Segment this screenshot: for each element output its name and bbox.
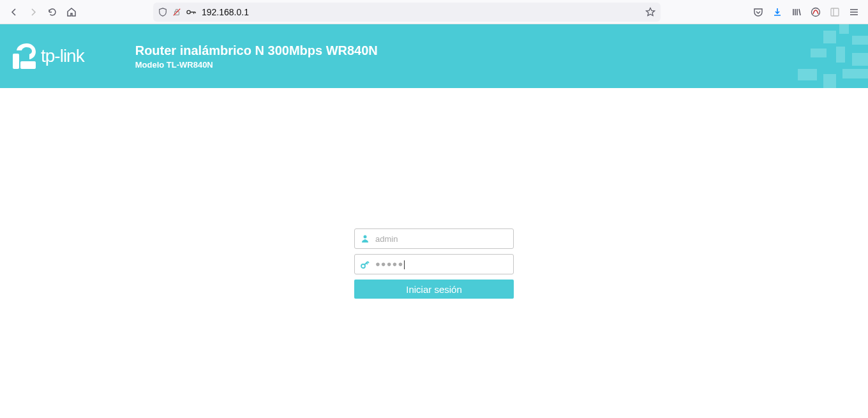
key-icon bbox=[186, 8, 197, 17]
sidebar-icon bbox=[830, 7, 840, 17]
arrow-right-icon bbox=[28, 7, 38, 17]
nav-group bbox=[5, 3, 80, 21]
router-model: Modelo TL-WR840N bbox=[135, 60, 378, 70]
arrow-left-icon bbox=[9, 7, 19, 17]
header-titles: Router inalámbrico N 300Mbps WR840N Mode… bbox=[135, 43, 378, 70]
svg-rect-15 bbox=[823, 74, 836, 88]
svg-rect-9 bbox=[839, 24, 849, 34]
username-input[interactable] bbox=[375, 234, 508, 244]
svg-rect-6 bbox=[13, 54, 19, 69]
login-button[interactable]: Iniciar sesión bbox=[354, 280, 514, 299]
key-icon bbox=[360, 259, 370, 269]
svg-rect-10 bbox=[852, 36, 868, 45]
brand-logo: tp-link bbox=[13, 43, 84, 69]
url-text: 192.168.0.1 bbox=[202, 7, 640, 17]
svg-rect-13 bbox=[852, 53, 868, 66]
router-header: tp-link Router inalámbrico N 300Mbps WR8… bbox=[0, 24, 868, 88]
username-field-wrapper[interactable] bbox=[354, 228, 514, 249]
library-button[interactable] bbox=[788, 3, 805, 21]
svg-point-17 bbox=[364, 235, 367, 239]
toolbar-right bbox=[749, 3, 863, 21]
pocket-button[interactable] bbox=[749, 3, 767, 21]
svg-rect-7 bbox=[20, 61, 36, 69]
svg-rect-8 bbox=[823, 31, 836, 43]
svg-rect-11 bbox=[811, 49, 827, 57]
brand-text: tp-link bbox=[41, 46, 84, 66]
bookmark-star-icon[interactable] bbox=[645, 7, 655, 17]
header-decoration bbox=[728, 24, 868, 88]
browser-toolbar: 192.168.0.1 bbox=[0, 0, 868, 24]
shield-icon bbox=[158, 8, 167, 17]
lock-slash-icon bbox=[172, 8, 181, 17]
svg-point-3 bbox=[812, 8, 820, 16]
download-icon bbox=[772, 7, 782, 17]
home-icon bbox=[66, 7, 77, 17]
menu-button[interactable] bbox=[845, 3, 863, 21]
svg-point-2 bbox=[187, 10, 190, 13]
sidebar-button[interactable] bbox=[826, 3, 844, 21]
user-icon bbox=[360, 234, 370, 244]
login-area: ●●●●● Iniciar sesión bbox=[0, 228, 868, 299]
router-title: Router inalámbrico N 300Mbps WR840N bbox=[135, 43, 378, 58]
svg-rect-16 bbox=[842, 69, 868, 78]
svg-rect-12 bbox=[836, 47, 845, 63]
password-field-wrapper[interactable]: ●●●●● bbox=[354, 254, 514, 274]
reload-icon bbox=[47, 7, 57, 17]
login-form: ●●●●● Iniciar sesión bbox=[354, 228, 514, 299]
svg-rect-4 bbox=[831, 8, 839, 16]
reload-button[interactable] bbox=[43, 3, 61, 21]
url-bar[interactable]: 192.168.0.1 bbox=[153, 3, 661, 22]
extension-button[interactable] bbox=[807, 3, 825, 21]
noscript-icon bbox=[811, 7, 821, 17]
home-button[interactable] bbox=[63, 3, 80, 21]
password-input[interactable]: ●●●●● bbox=[375, 259, 508, 269]
library-icon bbox=[791, 7, 802, 17]
pocket-icon bbox=[753, 7, 763, 17]
forward-button[interactable] bbox=[24, 3, 42, 21]
hamburger-icon bbox=[849, 7, 859, 17]
tp-link-logo-icon bbox=[13, 43, 36, 69]
svg-rect-14 bbox=[798, 69, 817, 80]
url-security-icons bbox=[158, 8, 197, 17]
downloads-button[interactable] bbox=[768, 3, 786, 21]
back-button[interactable] bbox=[5, 3, 23, 21]
